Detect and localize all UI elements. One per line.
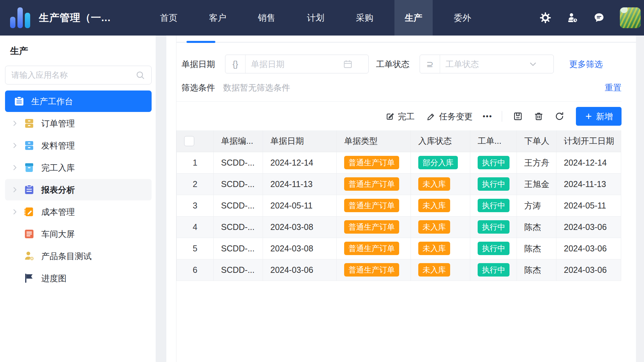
table-cell: 普通生产订单 [337, 216, 411, 238]
notebook-orange-icon [23, 206, 35, 218]
table-cell: 2024-03-08 [263, 238, 337, 259]
nav-item-委外[interactable]: 委外 [443, 0, 482, 36]
status-badge: 未入库 [418, 242, 450, 255]
edit-square-icon [385, 112, 394, 121]
complete-button[interactable]: 完工 [385, 111, 415, 122]
status-filter-input[interactable] [440, 59, 528, 69]
user-avatar[interactable] [620, 7, 641, 28]
table-cell: 普通生产订单 [337, 259, 411, 281]
more-filters-link[interactable]: 更多筛选 [569, 59, 603, 70]
settings-gear-icon[interactable] [539, 12, 551, 24]
message-bubble-icon[interactable] [593, 12, 605, 24]
table-cell: SCDD-... [214, 238, 263, 259]
sidebar-item-产品条目测试[interactable]: 产品条目测试 [5, 245, 152, 267]
print-button[interactable] [513, 111, 523, 121]
table-cell: SCDD-... [214, 152, 263, 173]
sidebar-item-进度图[interactable]: 进度图 [5, 267, 152, 289]
status-badge: 未入库 [418, 199, 450, 212]
date-filter-input[interactable] [246, 59, 343, 69]
refresh-button[interactable] [554, 111, 565, 121]
chevron-right-icon [9, 252, 20, 260]
braces-addon[interactable]: {} [225, 55, 246, 73]
table-row[interactable]: 6SCDD-...2024-03-06普通生产订单未入库执行中陈杰2024-03… [177, 259, 621, 281]
orders-table: 单据编...单据日期单据类型入库状态工单...下单人计划开工日期 1SCDD-.… [176, 130, 621, 281]
table-cell: SCDD-... [214, 173, 263, 195]
table-row[interactable]: 3SCDD-...2024-05-11普通生产订单未入库执行中方涛2024-05… [177, 195, 621, 216]
sidebar-item-订单管理[interactable]: 订单管理 [5, 113, 152, 134]
table-cell: 部分入库 [411, 152, 470, 173]
search-icon [135, 70, 145, 80]
table-row[interactable]: 5SCDD-...2024-03-08普通生产订单未入库执行中陈杰2024-03… [177, 238, 621, 259]
chevron-right-icon [9, 119, 20, 128]
column-header: 入库状态 [411, 130, 470, 152]
sidebar-item-报表分析[interactable]: 报表分析 [5, 179, 152, 200]
nav-item-生产[interactable]: 生产 [394, 0, 433, 36]
select-all-checkbox[interactable] [184, 136, 194, 146]
sidebar-item-完工入库[interactable]: 完工入库 [5, 157, 152, 178]
table-cell: 方涛 [517, 195, 556, 216]
table-cell: 未入库 [411, 195, 470, 216]
table-row[interactable]: 1SCDD-...2024-12-14普通生产订单部分入库执行中王方舟2024-… [177, 152, 621, 173]
table-cell: 2024-12-14 [556, 152, 621, 173]
table-row[interactable]: 2SCDD-...2024-11-13普通生产订单未入库执行中王旭金2024-1… [177, 173, 621, 195]
page-scrollbar[interactable] [636, 36, 644, 362]
table-cell: 3 [177, 195, 214, 216]
status-badge: 执行中 [478, 220, 509, 234]
status-badge: 执行中 [478, 177, 509, 191]
chevron-right-icon [9, 230, 20, 238]
sidebar-item-车间大屏[interactable]: 车间大屏 [5, 223, 152, 245]
status-badge: 部分入库 [418, 156, 458, 169]
box-cyan-icon [23, 162, 35, 174]
table-cell: 2024-03-06 [556, 216, 621, 238]
delete-button[interactable] [534, 111, 544, 121]
chevron-right-icon [9, 163, 20, 172]
add-button[interactable]: 新增 [576, 107, 622, 126]
approval-stamp-icon[interactable] [566, 12, 578, 24]
table-cell: SCDD-... [214, 259, 263, 281]
sidebar-scrollbar[interactable] [156, 36, 166, 362]
brand: 生产管理（一... [10, 7, 111, 28]
plus-icon [585, 112, 593, 120]
table-cell: 2024-05-11 [556, 195, 621, 216]
condition-label: 筛选条件 [181, 82, 215, 93]
sidebar-menu: 生产工作台 订单管理 发料管理 完工入库 报表分析 成本管理 车间大屏 产品条目… [5, 90, 176, 290]
reset-link[interactable]: 重置 [605, 82, 622, 93]
nav-item-计划[interactable]: 计划 [297, 0, 335, 36]
table-cell: 未入库 [411, 238, 470, 259]
table-cell: 普通生产订单 [337, 173, 411, 195]
table-cell: 4 [177, 216, 214, 238]
sidebar-item-发料管理[interactable]: 发料管理 [5, 135, 152, 156]
table-cell: 执行中 [470, 195, 517, 216]
status-filter-select[interactable]: ⊇ [420, 55, 554, 73]
column-header: 下单人 [517, 130, 556, 152]
top-navbar: 生产管理（一... 首页客户销售计划采购生产委外 [0, 0, 644, 36]
table-cell: 2024-05-11 [263, 195, 337, 216]
nav-item-销售[interactable]: 销售 [248, 0, 286, 36]
screen-red-icon [23, 228, 35, 240]
workbench-icon [13, 95, 25, 107]
nav-item-客户[interactable]: 客户 [199, 0, 237, 36]
table-cell: 2024-11-13 [263, 173, 337, 195]
sidebar-search-input[interactable] [11, 70, 135, 80]
sidebar-item-成本管理[interactable]: 成本管理 [5, 201, 152, 223]
nav-item-首页[interactable]: 首页 [150, 0, 188, 36]
table-cell: 未入库 [411, 173, 470, 195]
more-actions-button[interactable]: ••• [483, 112, 492, 121]
top-nav-menu: 首页客户销售计划采购生产委外 [144, 0, 487, 36]
status-badge: 执行中 [478, 242, 509, 255]
clipboard-indigo-icon [23, 184, 35, 196]
sidebar-item-生产工作台[interactable]: 生产工作台 [5, 90, 152, 112]
table-cell: 普通生产订单 [337, 238, 411, 259]
nav-item-采购[interactable]: 采购 [345, 0, 384, 36]
status-badge: 普通生产订单 [344, 263, 399, 277]
table-cell: 未入库 [411, 259, 470, 281]
table-row[interactable]: 4SCDD-...2024-03-08普通生产订单未入库执行中陈杰2024-03… [177, 216, 621, 238]
status-badge: 未入库 [418, 177, 450, 191]
table-cell: 普通生产订单 [337, 195, 411, 216]
superset-addon[interactable]: ⊇ [420, 55, 440, 73]
calendar-icon[interactable] [343, 59, 353, 69]
table-cell: 执行中 [470, 259, 517, 281]
table-cell: 2024-03-06 [556, 259, 621, 281]
task-change-button[interactable]: 任务变更 [427, 111, 473, 122]
table-cell: 执行中 [470, 152, 517, 173]
